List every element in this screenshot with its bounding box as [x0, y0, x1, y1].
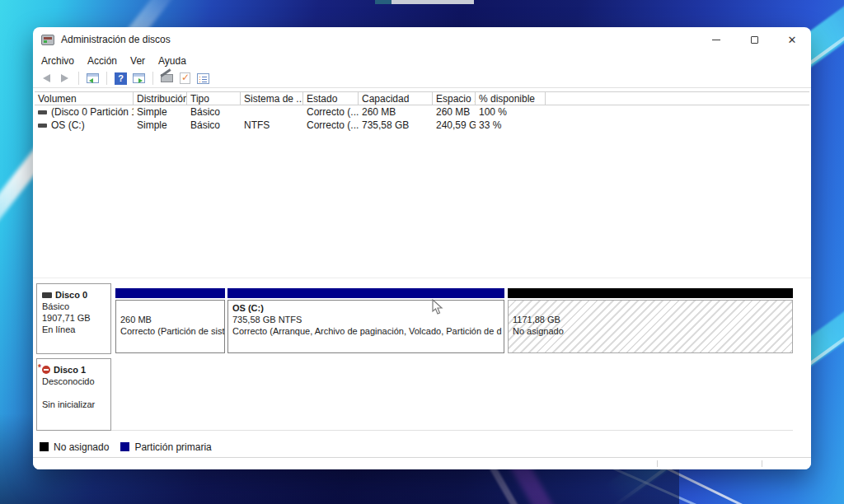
- volume-name: (Disco 0 Partición 1): [51, 106, 134, 118]
- unknown-disk-icon: [42, 366, 50, 374]
- volume-cell: NTFS: [241, 119, 303, 131]
- forward-button[interactable]: [58, 72, 72, 86]
- column-header-estado[interactable]: Estado: [303, 92, 359, 105]
- volume-cell: 260 MB: [359, 106, 433, 118]
- disk1-row-divider: [111, 430, 793, 431]
- back-button[interactable]: [40, 72, 54, 86]
- partition-size: 1171,88 GB: [513, 314, 792, 325]
- disk1-header[interactable]: Disco 1 Desconocido Sin inicializar: [36, 358, 111, 431]
- menu-bar: Archivo Acción Ver Ayuda: [33, 52, 811, 69]
- disk-status: En línea: [42, 324, 109, 335]
- volume-cell: Correcto (...: [303, 106, 359, 118]
- volume-cell: 240,59 GB: [433, 119, 476, 131]
- help-icon: ?: [115, 72, 127, 85]
- partition-color-band: [227, 288, 504, 298]
- minimize-icon: [712, 40, 720, 40]
- background-window-edge: [375, 0, 392, 4]
- window-controls: ✕: [697, 27, 811, 52]
- properties-icon: [197, 73, 209, 84]
- volume-icon: [38, 124, 47, 128]
- back-icon: [43, 74, 50, 82]
- volume-icon: [38, 110, 47, 114]
- partition-status: Correcto (Arranque, Archivo de paginació…: [232, 325, 504, 337]
- legend-swatch-navy: [120, 442, 129, 451]
- volume-cell: Simple: [134, 119, 187, 131]
- status-bar: [33, 457, 811, 469]
- partition-label: [120, 302, 224, 314]
- disk-icon: [42, 292, 52, 298]
- disk-name: Disco 1: [54, 364, 86, 376]
- properties-button[interactable]: [196, 72, 210, 86]
- menu-ver[interactable]: Ver: [124, 54, 152, 68]
- volume-cell: 260 MB: [433, 106, 476, 118]
- partition-color-band: [508, 288, 793, 298]
- disk0-header[interactable]: Disco 0 Básico 1907,71 GB En línea: [36, 283, 111, 354]
- column-header-espacio[interactable]: Espacio ...: [433, 92, 476, 105]
- console-tree-icon: [87, 73, 99, 83]
- volume-row[interactable]: OS (C:) Simple Básico NTFS Correcto (...…: [35, 119, 809, 132]
- legend-primary-partition: Partición primaria: [120, 441, 211, 453]
- partition-system[interactable]: 260 MB Correcto (Partición de sist: [115, 283, 225, 354]
- partition-label: OS (C:): [232, 302, 504, 314]
- maximize-button[interactable]: [735, 27, 773, 52]
- close-icon: ✕: [788, 35, 797, 45]
- volume-name: OS (C:): [51, 119, 85, 131]
- window-title: Administración de discos: [61, 34, 171, 45]
- legend-swatch-black: [40, 442, 49, 451]
- volume-list-header: Volumen Distribución Tipo Sistema de ...…: [35, 91, 809, 105]
- disk-status: Sin inicializar: [42, 399, 109, 410]
- disk-name: Disco 0: [55, 289, 87, 301]
- task-check-button[interactable]: [178, 72, 192, 86]
- legend-unallocated: No asignado: [40, 441, 109, 453]
- mouse-cursor: [432, 299, 443, 315]
- partition-size: 260 MB: [120, 314, 224, 325]
- volume-row[interactable]: (Disco 0 Partición 1) Simple Básico Corr…: [35, 105, 809, 119]
- column-header-capacidad[interactable]: Capacidad: [359, 92, 433, 105]
- column-header-distribucion[interactable]: Distribución: [134, 92, 187, 105]
- legend-label: Partición primaria: [134, 441, 211, 453]
- menu-accion[interactable]: Acción: [81, 54, 124, 68]
- volume-cell: 735,58 GB: [359, 119, 433, 131]
- toolbar: ?: [33, 69, 811, 88]
- volume-cell: 100 %: [476, 106, 546, 118]
- pane-divider[interactable]: [33, 278, 811, 278]
- app-icon: [41, 35, 54, 45]
- menu-archivo[interactable]: Archivo: [35, 54, 81, 68]
- volume-list: Volumen Distribución Tipo Sistema de ...…: [35, 91, 809, 132]
- column-header-volumen[interactable]: Volumen: [35, 92, 134, 105]
- column-header-sistema[interactable]: Sistema de ...: [241, 92, 303, 105]
- maximize-icon: [751, 36, 758, 44]
- column-header-filler: [546, 92, 809, 105]
- status-bar-separator: [657, 460, 658, 467]
- column-header-tipo[interactable]: Tipo: [187, 92, 241, 105]
- toolbar-separator: [78, 72, 79, 85]
- legend-bar: No asignado Partición primaria: [33, 436, 811, 457]
- disk-management-window: Administración de discos ✕ Archivo Acció…: [33, 27, 811, 469]
- legend-label: No asignado: [54, 441, 109, 453]
- partition-status: No asignado: [513, 325, 792, 337]
- help-button[interactable]: ?: [114, 72, 128, 86]
- partition-size: 735,58 GB NTFS: [232, 314, 504, 325]
- status-bar-separator: [762, 460, 762, 467]
- disk-type: Básico: [42, 301, 109, 312]
- partition-os-c[interactable]: OS (C:) 735,58 GB NTFS Correcto (Arranqu…: [227, 283, 504, 354]
- toolbar-separator: [106, 72, 107, 85]
- disk-tool-button[interactable]: [160, 72, 174, 86]
- volume-cell: Básico: [187, 119, 241, 131]
- partition-unallocated[interactable]: 1171,88 GB No asignado: [508, 283, 793, 354]
- column-header-disponible[interactable]: % disponible: [476, 92, 546, 105]
- volume-cell: 33 %: [476, 119, 546, 131]
- action-pane-icon: [133, 73, 145, 83]
- partition-label: [513, 302, 792, 314]
- volume-cell: Correcto (...: [303, 119, 359, 131]
- minimize-button[interactable]: [697, 27, 735, 52]
- action-pane-button[interactable]: [132, 72, 146, 86]
- console-tree-button[interactable]: [86, 72, 100, 86]
- forward-icon: [61, 74, 68, 82]
- menu-ayuda[interactable]: Ayuda: [152, 54, 193, 68]
- close-button[interactable]: ✕: [773, 27, 811, 52]
- title-bar: Administración de discos ✕: [33, 27, 811, 52]
- task-check-icon: [180, 72, 190, 84]
- disk-tool-icon: [161, 74, 173, 82]
- disk-size: [42, 387, 109, 399]
